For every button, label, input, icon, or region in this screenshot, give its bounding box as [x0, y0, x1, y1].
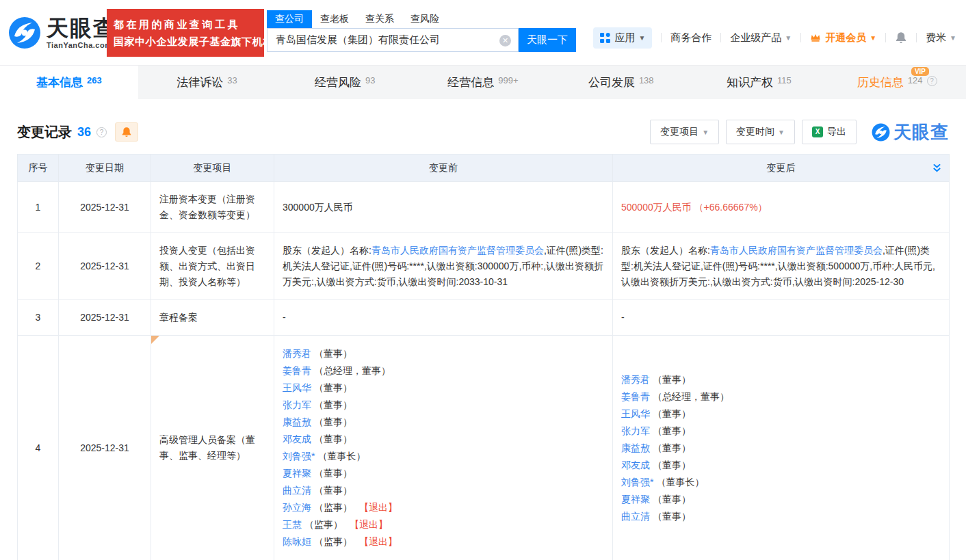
person-role: （董事） — [314, 468, 352, 479]
search-tab[interactable]: 查关系 — [357, 10, 402, 28]
person-role: （监事） — [314, 536, 352, 547]
row-item: 高级管理人员备案（董事、监事、经理等） — [151, 336, 274, 560]
cell-text: 股东（发起人）名称:青岛市人民政府国有资产监督管理委员会,证件(照)类型:机关法… — [283, 243, 604, 290]
person-link[interactable]: 潘秀君 — [283, 348, 311, 359]
nav-user-menu[interactable]: 费米 ▼ — [926, 31, 956, 44]
page-tab[interactable]: VIP 法律诉讼 33 ? — [138, 66, 276, 99]
page-tab[interactable]: VIP 基本信息 263 ? — [0, 66, 138, 99]
person-link[interactable]: 潘秀君 — [621, 374, 650, 385]
row-item-text: 注册资本变更（注册资金、资金数额等变更） — [159, 194, 255, 220]
table-row: 2 2025-12-31 投资人变更（包括出资额、出资方式、出资日期、投资人名称… — [18, 233, 950, 300]
row-date: 2025-12-31 — [80, 261, 129, 271]
row-before: 300000万人民币 — [274, 182, 613, 233]
company-link[interactable]: 青岛市人民政府国有资产监督管理委员会 — [710, 245, 883, 256]
person-link[interactable]: 王慧 — [283, 519, 302, 530]
nav-apps-label: 应用 — [614, 31, 635, 44]
text-segment: 300000万人民币 — [283, 202, 353, 213]
export-button[interactable]: X 导出 — [802, 120, 857, 144]
filter-change-time-button[interactable]: 变更时间 ▼ — [726, 120, 795, 144]
page-tab-count: 999+ — [498, 75, 518, 85]
notification-bell[interactable] — [895, 31, 907, 44]
person-link[interactable]: 张力军 — [621, 425, 650, 436]
person-link[interactable]: 刘鲁强* — [283, 451, 315, 462]
person-link[interactable]: 姜鲁青 — [283, 365, 311, 376]
row-no: 2 — [36, 261, 41, 271]
search-tab[interactable]: 查风险 — [402, 10, 447, 28]
search-tab[interactable]: 查老板 — [312, 10, 357, 28]
page-tab-count: 263 — [87, 75, 102, 85]
person-line: 张力军（董事） — [621, 423, 941, 440]
section-count: 36 — [77, 125, 91, 139]
table-row: 3 2025-12-31 章程备案 - - — [18, 300, 950, 336]
top-bar: 天眼查 TianYanCha.com 都在用的商业查询工具 国家中小企业发展子基… — [0, 0, 966, 65]
search-tab[interactable]: 查公司 — [267, 10, 312, 28]
chevron-down-icon: ▼ — [870, 34, 876, 42]
page-tab-label: 法律诉讼 — [177, 75, 223, 90]
search-button[interactable]: 天眼一下 — [519, 28, 576, 52]
person-link[interactable]: 夏祥聚 — [283, 468, 311, 479]
company-link[interactable]: 青岛市人民政府国有资产监督管理委员会 — [371, 245, 544, 256]
nav-cooperation[interactable]: 商务合作 — [670, 31, 712, 44]
subscribe-bell-button[interactable] — [115, 122, 138, 142]
person-link[interactable]: 邓友成 — [621, 459, 650, 470]
person-link[interactable]: 王风华 — [621, 408, 650, 419]
person-link[interactable]: 孙立海 — [283, 502, 311, 513]
text-segment: - — [283, 312, 286, 323]
person-line: 曲立清（董事） — [283, 482, 604, 499]
person-link[interactable]: 陈咏姮 — [283, 536, 311, 547]
row-before: - — [274, 300, 613, 336]
person-link[interactable]: 曲立清 — [283, 485, 311, 496]
person-line: 夏祥聚（董事） — [621, 491, 941, 508]
search-area: 查公司查老板查关系查风险 ✕ 天眼一下 — [267, 10, 576, 52]
person-line: 康益敖（董事） — [621, 440, 941, 457]
person-link[interactable]: 姜鲁青 — [621, 391, 650, 402]
col-header-no: 序号 — [18, 155, 59, 182]
person-link[interactable]: 康益敖 — [283, 416, 311, 427]
filter-change-item-button[interactable]: 变更项目 ▼ — [650, 120, 719, 144]
logo-domain: TianYanCha.com — [47, 41, 116, 49]
person-role: （董事） — [653, 459, 691, 470]
exit-tag: 【退出】 — [359, 536, 397, 547]
page-tab[interactable]: VIP 经营信息 999+ ? — [414, 66, 552, 99]
crown-icon — [810, 33, 821, 42]
collapse-all-icon[interactable] — [932, 163, 942, 175]
person-role: （董事） — [314, 416, 352, 427]
page-tab-count: 124 — [908, 75, 923, 85]
person-link[interactable]: 王风华 — [283, 382, 311, 393]
help-icon[interactable]: ? — [96, 127, 107, 137]
text-segment: - — [621, 312, 625, 323]
person-role: （董事长） — [317, 451, 365, 462]
row-after: - — [613, 300, 950, 336]
nav-open-vip[interactable]: 开通会员 ▼ — [810, 31, 876, 44]
nav-enterprise[interactable]: 企业级产品 ▼ — [730, 31, 792, 44]
person-link[interactable]: 刘鲁强* — [621, 477, 653, 488]
page-tab-count: 138 — [639, 75, 654, 85]
page-tab-label: 经营信息 — [447, 75, 494, 90]
tianyancha-logo[interactable]: 天眼查 TianYanCha.com — [8, 16, 116, 49]
person-role: （董事） — [653, 374, 691, 385]
nav-cooperation-label: 商务合作 — [670, 31, 712, 44]
row-after: 股东（发起人）名称:青岛市人民政府国有资产监督管理委员会,证件(照)类型:机关法… — [613, 233, 950, 300]
search-input[interactable] — [267, 29, 493, 51]
divider — [916, 33, 917, 42]
page-tab[interactable]: VIP 知识产权 115 ? — [690, 66, 828, 99]
person-role: （董事） — [653, 494, 691, 505]
nav-apps[interactable]: 应用 ▼ — [593, 27, 652, 49]
slogan-line2: 国家中小企业发展子基金旗下机构 — [114, 33, 257, 50]
page-tab[interactable]: VIP 公司发展 138 ? — [552, 66, 690, 99]
divider — [885, 33, 886, 42]
page-tab[interactable]: VIP 历史信息 124 ? — [828, 66, 966, 99]
page-tab[interactable]: VIP 经营风险 93 ? — [276, 66, 414, 99]
person-link[interactable]: 邓友成 — [283, 434, 311, 444]
person-link[interactable]: 曲立清 — [621, 511, 650, 522]
cell-text: 300000万人民币 — [283, 200, 604, 215]
search-tabs: 查公司查老板查关系查风险 — [267, 10, 576, 28]
person-role: （董事） — [653, 511, 691, 522]
person-line: 曲立清（董事） — [621, 508, 941, 525]
row-before: 潘秀君（董事）姜鲁青（总经理，董事）王风华（董事）张力军（董事）康益敖（董事）邓… — [274, 336, 613, 560]
clear-search-icon[interactable]: ✕ — [499, 35, 511, 46]
divider — [800, 33, 801, 42]
person-link[interactable]: 夏祥聚 — [621, 494, 650, 505]
person-link[interactable]: 张力军 — [283, 399, 311, 410]
person-link[interactable]: 康益敖 — [621, 442, 650, 453]
